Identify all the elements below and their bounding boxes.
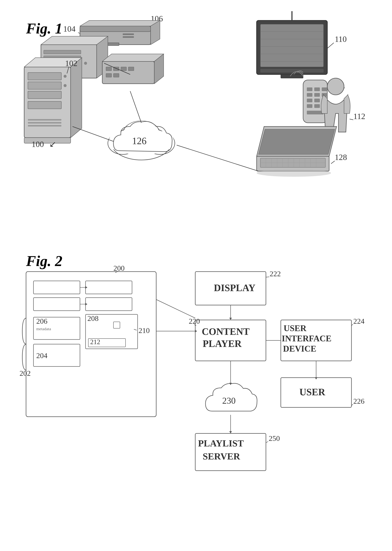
label-202: 202 [20, 369, 31, 377]
svg-marker-7 [80, 21, 160, 26]
svg-marker-118 [315, 377, 317, 380]
uid-label-line3: DEVICE [283, 344, 316, 353]
svg-line-123 [266, 441, 268, 443]
svg-line-35 [327, 43, 334, 48]
svg-rect-65 [24, 138, 71, 143]
svg-rect-58 [28, 91, 61, 99]
device-102 [24, 58, 82, 143]
label-200: 200 [113, 264, 125, 272]
svg-line-52 [350, 119, 353, 120]
label-110: 110 [335, 35, 347, 44]
label-226: 226 [353, 397, 364, 405]
svg-rect-38 [314, 87, 320, 91]
content-player-label-line2: PLAYER [203, 338, 242, 349]
label-220: 220 [189, 317, 200, 325]
content-player-label-line1: CONTENT [202, 326, 250, 337]
device-108 [102, 54, 164, 84]
label-230: 230 [222, 396, 236, 406]
svg-rect-12 [44, 50, 81, 54]
svg-rect-63 [28, 122, 61, 124]
svg-point-91 [257, 169, 331, 177]
svg-rect-49 [307, 111, 323, 114]
label-224: 224 [353, 317, 364, 325]
svg-line-110 [266, 277, 269, 277]
svg-text:↙: ↙ [49, 140, 56, 149]
svg-point-61 [63, 84, 67, 87]
svg-marker-77 [259, 129, 335, 154]
content-row-2a [34, 298, 80, 311]
content-row-2b [85, 298, 132, 311]
content-row-1a [34, 281, 80, 294]
svg-line-95 [130, 91, 141, 123]
svg-rect-33 [260, 69, 323, 72]
label-100: 100 [32, 140, 44, 149]
svg-rect-41 [314, 93, 320, 97]
svg-rect-22 [128, 67, 134, 71]
svg-marker-10 [41, 36, 108, 45]
cloud-230: 230 [205, 383, 257, 411]
label-212: 212 [90, 338, 100, 346]
svg-rect-34 [281, 74, 303, 78]
svg-rect-24 [113, 73, 119, 77]
svg-rect-16 [102, 61, 154, 84]
svg-marker-99 [85, 286, 87, 289]
label-208: 208 [87, 314, 98, 323]
display-label: DISPLAY [214, 283, 256, 293]
svg-rect-46 [307, 104, 312, 108]
label-128: 128 [335, 153, 347, 162]
svg-line-104 [134, 329, 137, 330]
content-row-1b [85, 281, 132, 294]
svg-rect-26 [260, 24, 323, 67]
fig1-area: Fig. 1 104 106 [15, 11, 377, 262]
device-110 [257, 11, 327, 78]
fig1-label: Fig. 1 [26, 20, 63, 37]
page: Fig. 1 104 106 [0, 0, 392, 551]
svg-rect-64 [28, 125, 61, 127]
svg-marker-101 [85, 303, 87, 305]
fig2-label: Fig. 2 [26, 253, 63, 269]
device-128 [257, 127, 336, 177]
svg-rect-39 [322, 87, 327, 91]
svg-rect-40 [307, 93, 312, 97]
svg-marker-55 [71, 58, 82, 138]
uid-label-line1: USER [284, 324, 307, 333]
svg-rect-59 [28, 101, 61, 109]
svg-rect-44 [314, 99, 320, 102]
device-114 [290, 71, 327, 123]
label-250: 250 [269, 434, 280, 443]
svg-rect-56 [28, 72, 61, 80]
svg-line-96 [72, 127, 113, 141]
playlist-label-line1: PLAYLIST [198, 438, 244, 448]
fig2-area: Fig. 2 206 metadata 208 [15, 247, 377, 526]
svg-rect-47 [314, 104, 320, 108]
svg-text:metadata: metadata [36, 326, 51, 331]
svg-rect-5 [123, 34, 134, 35]
svg-rect-23 [106, 73, 112, 77]
svg-text:126: 126 [132, 136, 147, 146]
playlist-label-line2: SERVER [203, 451, 240, 461]
svg-point-15 [84, 62, 87, 65]
svg-rect-57 [28, 82, 61, 89]
svg-rect-19 [106, 67, 112, 71]
label-204: 204 [36, 351, 47, 360]
svg-rect-37 [307, 87, 312, 91]
label-104: 104 [63, 24, 76, 34]
svg-line-109 [156, 299, 195, 318]
svg-point-60 [63, 75, 67, 78]
svg-marker-112 [229, 318, 232, 320]
label-102: 102 [65, 59, 77, 68]
svg-rect-3 [80, 26, 151, 32]
svg-point-51 [327, 78, 344, 95]
svg-rect-6 [123, 36, 134, 38]
label-206: 206 [36, 317, 47, 325]
label-112: 112 [353, 112, 365, 121]
label-210: 210 [139, 326, 150, 335]
svg-marker-17 [102, 54, 164, 61]
svg-line-97 [177, 145, 259, 171]
svg-rect-62 [28, 119, 61, 120]
svg-rect-103 [113, 322, 120, 328]
user-label: USER [299, 387, 325, 397]
cloud-126: 126 [108, 121, 175, 160]
svg-rect-43 [307, 99, 312, 102]
svg-line-92 [331, 161, 335, 164]
